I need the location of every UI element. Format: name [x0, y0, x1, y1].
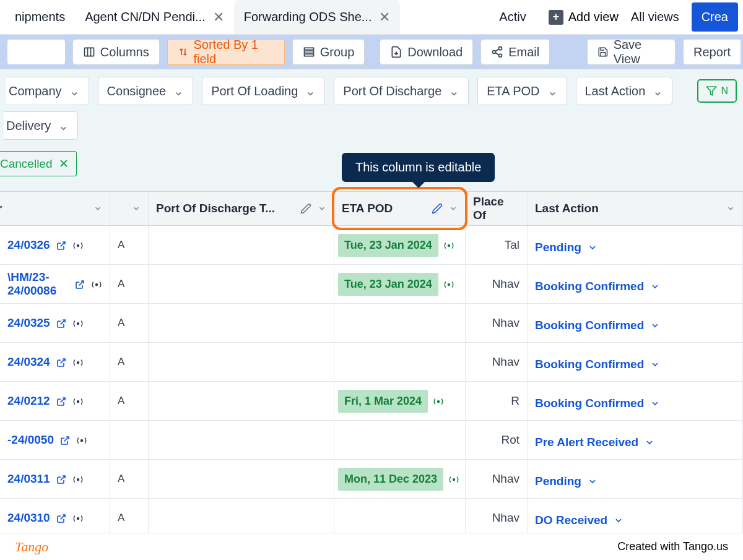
cell-last-action[interactable]: Booking Confirmed	[528, 343, 743, 381]
last-action-link[interactable]: Pending	[535, 475, 597, 488]
column-header-last-action[interactable]: Last Action	[528, 192, 743, 225]
shipment-link[interactable]: -24/0050	[7, 433, 54, 447]
tab-shipments[interactable]: nipments	[5, 0, 75, 34]
table-row[interactable]: -24/0050RotPre Alert Received	[0, 421, 743, 460]
cell-pod-terminal[interactable]	[149, 382, 334, 420]
cell-reference: -24/0050	[0, 421, 110, 459]
last-action-link[interactable]: Booking Confirmed	[535, 358, 660, 371]
external-link-icon[interactable]	[56, 394, 66, 408]
external-link-icon[interactable]	[60, 433, 70, 447]
save-view-button[interactable]: Save View	[587, 39, 676, 65]
create-button[interactable]: Crea	[692, 2, 738, 32]
close-icon[interactable]: ✕	[379, 9, 390, 25]
cell-last-action[interactable]: Booking Confirmed	[528, 265, 743, 303]
filter-last-action[interactable]: Last Action⌄	[576, 77, 673, 105]
last-action-link[interactable]: DO Received	[535, 514, 624, 527]
email-button[interactable]: Email	[480, 39, 550, 65]
external-link-icon[interactable]	[56, 238, 66, 252]
column-header-pod-terminal[interactable]: Port Of Discharge T...	[149, 192, 334, 225]
columns-button[interactable]: Columns	[72, 39, 160, 65]
cell-sig: A	[110, 304, 149, 342]
cell-last-action[interactable]: Booking Confirmed	[528, 382, 743, 420]
filter-consignee[interactable]: Consignee⌄	[98, 77, 194, 105]
cell-pod-terminal[interactable]	[149, 265, 334, 303]
shipment-link[interactable]: 24/0326	[7, 238, 50, 252]
cell-eta-pod[interactable]	[334, 421, 466, 459]
table-row[interactable]: 24/0212AFri, 1 Mar 2024RBooking Confirme…	[0, 382, 743, 421]
shipment-link[interactable]: 24/0324	[7, 355, 50, 369]
cell-pod-terminal[interactable]	[149, 343, 334, 381]
cell-last-action[interactable]: Pending	[528, 460, 743, 498]
search-placeholder[interactable]	[7, 40, 65, 64]
table-row[interactable]: \HM/23-24/00086ATue, 23 Jan 2024NhavBook…	[0, 265, 743, 304]
report-button[interactable]: Report	[683, 39, 741, 65]
tab-agent-cn-dn[interactable]: Agent CN/DN Pendi...✕	[75, 0, 234, 34]
chevron-down-icon[interactable]	[449, 204, 458, 213]
cell-last-action[interactable]: Pre Alert Received	[528, 421, 743, 459]
external-link-icon[interactable]	[56, 355, 66, 369]
column-header-ref[interactable]: r	[0, 192, 110, 225]
last-action-link[interactable]: Pending	[535, 241, 597, 254]
chevron-down-icon[interactable]	[93, 204, 102, 213]
table-row[interactable]: 24/0324ANhavBooking Confirmed	[0, 343, 743, 382]
cell-last-action[interactable]: Pending	[528, 226, 743, 264]
cell-pod-terminal[interactable]	[149, 304, 334, 342]
table-row[interactable]: 24/0311AMon, 11 Dec 2023NhavPending	[0, 460, 743, 499]
cell-eta-pod[interactable]: Mon, 11 Dec 2023	[334, 460, 466, 498]
filter-delivery[interactable]: Delivery⌄	[4, 111, 78, 140]
cell-eta-pod[interactable]	[334, 343, 466, 381]
cell-eta-pod[interactable]: Tue, 23 Jan 2024	[334, 226, 466, 264]
cell-eta-pod[interactable]	[334, 304, 466, 342]
shipment-link[interactable]: 24/0325	[7, 316, 50, 330]
external-link-icon[interactable]	[56, 472, 66, 486]
tab-forwarding-ods[interactable]: Forwarding ODS She...✕	[234, 0, 401, 34]
external-link-icon[interactable]	[75, 277, 85, 291]
last-action-link[interactable]: Pre Alert Received	[535, 436, 654, 449]
external-link-icon[interactable]	[56, 511, 66, 525]
cell-last-action[interactable]: DO Received	[528, 499, 743, 537]
remove-filter-icon[interactable]: ✕	[59, 157, 69, 171]
sorted-by-button[interactable]: Sorted By 1 field	[167, 39, 285, 65]
group-button[interactable]: Group	[292, 39, 365, 65]
last-action-link[interactable]: Booking Confirmed	[535, 319, 660, 332]
filter-pol[interactable]: Port Of Loading⌄	[202, 77, 325, 105]
column-header-eta-pod[interactable]: ETA POD	[334, 192, 466, 225]
filter-pod[interactable]: Port Of Discharge⌄	[334, 77, 469, 105]
shipment-link[interactable]: 24/0311	[7, 472, 50, 486]
close-icon[interactable]: ✕	[213, 9, 224, 25]
filter-eta-pod[interactable]: ETA POD⌄	[477, 77, 567, 105]
filter-button[interactable]: N	[697, 79, 737, 103]
column-header-signal[interactable]	[110, 192, 149, 225]
all-views-link[interactable]: All views	[631, 10, 679, 24]
download-button[interactable]: Download	[380, 39, 473, 65]
cell-eta-pod[interactable]: Tue, 23 Jan 2024	[334, 265, 466, 303]
table-row[interactable]: 24/0326ATue, 23 Jan 2024TalPending	[0, 226, 743, 265]
filter-company[interactable]: Company⌄	[6, 77, 89, 105]
last-action-link[interactable]: Booking Confirmed	[535, 397, 660, 410]
chevron-down-icon[interactable]	[318, 204, 326, 213]
external-link-icon[interactable]	[56, 316, 66, 330]
last-action-link[interactable]: Booking Confirmed	[535, 280, 660, 293]
cell-last-action[interactable]: Booking Confirmed	[528, 304, 743, 342]
shipment-link[interactable]: 24/0212	[7, 394, 50, 408]
column-header-place[interactable]: Place Of	[466, 192, 528, 225]
cell-pod-terminal[interactable]	[149, 421, 334, 459]
eta-date-pill: Tue, 23 Jan 2024	[338, 273, 438, 296]
table-row[interactable]: 24/0310ANhavDO Received	[0, 499, 743, 538]
chevron-down-icon	[614, 515, 624, 525]
cell-place: Nhav	[466, 265, 528, 303]
shipment-link[interactable]: 24/0310	[7, 511, 50, 525]
cancelled-filter-tag[interactable]: Cancelled ✕	[0, 151, 77, 176]
cell-eta-pod[interactable]: Fri, 1 Mar 2024	[334, 382, 466, 420]
table-row[interactable]: 24/0325ANhavBooking Confirmed	[0, 304, 743, 343]
shipment-link[interactable]: \HM/23-24/00086	[7, 270, 69, 298]
chevron-down-icon[interactable]	[726, 204, 735, 213]
add-view-button[interactable]: + Add view	[549, 10, 619, 25]
tab-active[interactable]: Activ	[489, 10, 536, 24]
cell-pod-terminal[interactable]	[149, 460, 334, 498]
chevron-down-icon[interactable]	[132, 204, 141, 213]
cell-pod-terminal[interactable]	[149, 226, 334, 264]
chevron-down-icon	[588, 243, 597, 252]
cell-pod-terminal[interactable]	[149, 499, 334, 537]
cell-eta-pod[interactable]	[334, 499, 466, 537]
